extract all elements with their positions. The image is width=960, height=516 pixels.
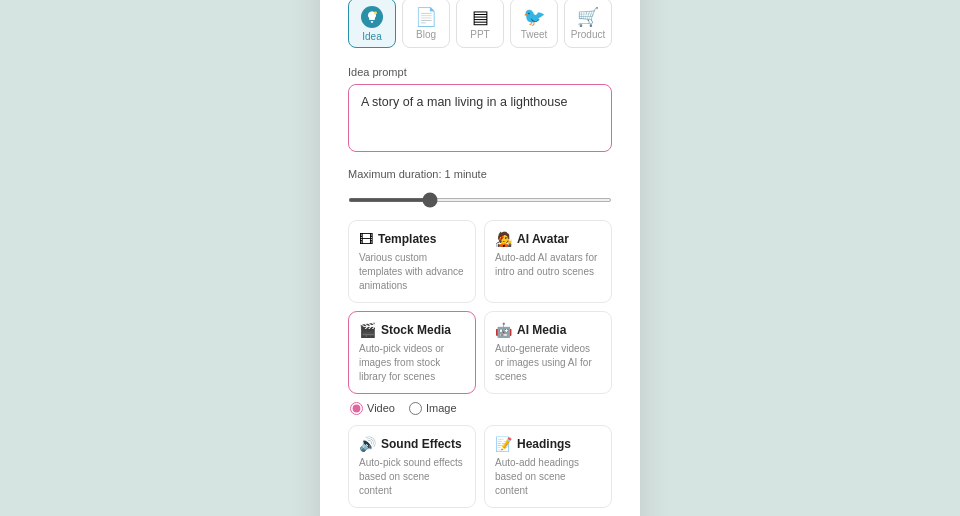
stock-media-icon: 🎬 [359,322,376,338]
sound-effects-desc: Auto-pick sound effects based on scene c… [359,456,465,498]
stock-media-title: Stock Media [381,323,451,337]
tab-ppt-label: PPT [470,29,489,40]
idea-prompt-label: Idea prompt [348,66,612,78]
duration-slider[interactable] [348,198,612,202]
option-sound-effects-header: 🔊 Sound Effects [359,436,465,452]
slider-wrap [348,188,612,206]
headings-icon: 📝 [495,436,512,452]
tab-blog-label: Blog [416,29,436,40]
ai-avatar-title: AI Avatar [517,232,569,246]
options-grid-row1: 🎞 Templates Various custom templates wit… [348,220,612,394]
tab-tweet[interactable]: 🐦 Tweet [510,0,558,48]
tab-blog[interactable]: 📄 Blog [402,0,450,48]
product-icon: 🛒 [577,8,599,26]
templates-title: Templates [378,232,436,246]
options-grid-row2: 🔊 Sound Effects Auto-pick sound effects … [348,425,612,508]
option-headings-header: 📝 Headings [495,436,601,452]
stock-media-desc: Auto-pick videos or images from stock li… [359,342,465,384]
tab-ppt[interactable]: ▤ PPT [456,0,504,48]
video-radio-label[interactable]: Video [350,402,395,415]
option-ai-media-header: 🤖 AI Media [495,322,601,338]
video-label: Video [367,402,395,414]
tabs-row: Idea 📄 Blog ▤ PPT 🐦 Tweet 🛒 Product [348,0,612,48]
tab-idea-label: Idea [362,31,381,42]
sound-effects-icon: 🔊 [359,436,376,452]
image-label: Image [426,402,457,414]
ai-avatar-icon: 🧑‍🎤 [495,231,512,247]
option-ai-avatar-header: 🧑‍🎤 AI Avatar [495,231,601,247]
media-type-radio-row: Video Image [348,402,612,415]
ai-media-icon: 🤖 [495,322,512,338]
option-templates-header: 🎞 Templates [359,231,465,247]
blog-icon: 📄 [415,8,437,26]
option-ai-avatar[interactable]: 🧑‍🎤 AI Avatar Auto-add AI avatars for in… [484,220,612,303]
tab-product[interactable]: 🛒 Product [564,0,612,48]
idea-icon [361,6,383,28]
image-radio-label[interactable]: Image [409,402,457,415]
option-stock-media[interactable]: 🎬 Stock Media Auto-pick videos or images… [348,311,476,394]
templates-desc: Various custom templates with advance an… [359,251,465,293]
ai-avatar-desc: Auto-add AI avatars for intro and outro … [495,251,601,279]
magic-create-modal: Magic Create × Idea 📄 Blog ▤ PPT 🐦 Tweet [320,0,640,516]
image-radio[interactable] [409,402,422,415]
svg-point-0 [374,11,377,14]
tab-tweet-label: Tweet [521,29,548,40]
ai-media-title: AI Media [517,323,566,337]
ppt-icon: ▤ [472,8,489,26]
option-headings[interactable]: 📝 Headings Auto-add headings based on sc… [484,425,612,508]
idea-prompt-input[interactable]: A story of a man living in a lighthouse [348,84,612,152]
tab-product-label: Product [571,29,605,40]
option-stock-media-header: 🎬 Stock Media [359,322,465,338]
duration-label: Maximum duration: 1 minute [348,168,612,180]
headings-desc: Auto-add headings based on scene content [495,456,601,498]
templates-icon: 🎞 [359,231,373,247]
ai-media-desc: Auto-generate videos or images using AI … [495,342,601,384]
video-radio[interactable] [350,402,363,415]
headings-title: Headings [517,437,571,451]
sound-effects-title: Sound Effects [381,437,462,451]
option-ai-media[interactable]: 🤖 AI Media Auto-generate videos or image… [484,311,612,394]
option-templates[interactable]: 🎞 Templates Various custom templates wit… [348,220,476,303]
tweet-icon: 🐦 [523,8,545,26]
option-sound-effects[interactable]: 🔊 Sound Effects Auto-pick sound effects … [348,425,476,508]
tab-idea[interactable]: Idea [348,0,396,48]
